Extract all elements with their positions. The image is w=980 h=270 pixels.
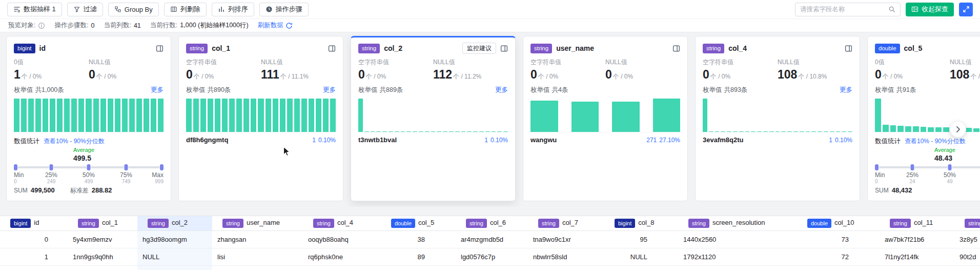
histogram-bar[interactable] <box>836 131 841 132</box>
slider-handle[interactable] <box>14 164 17 170</box>
column-header[interactable]: bigintid <box>0 216 68 230</box>
histogram-bar[interactable] <box>273 99 278 132</box>
histogram-bar[interactable] <box>653 99 681 132</box>
histogram-bar[interactable] <box>733 131 738 132</box>
search-input[interactable] <box>800 6 885 13</box>
slider-handle[interactable] <box>87 164 91 170</box>
column-header[interactable]: bigintcol_8 <box>604 216 678 230</box>
table-cell[interactable]: 73 <box>797 230 880 248</box>
slider-handle[interactable] <box>948 164 952 170</box>
histogram-bar[interactable] <box>800 131 804 132</box>
histogram-bar[interactable] <box>966 128 972 132</box>
table-cell[interactable] <box>303 265 381 270</box>
table-cell[interactable] <box>604 265 678 270</box>
slider-handle[interactable] <box>875 164 879 170</box>
info-icon[interactable] <box>38 22 45 29</box>
histogram-bar[interactable] <box>806 131 810 132</box>
histogram-bar[interactable] <box>830 131 834 132</box>
column-header[interactable]: stringuser_name <box>212 216 303 230</box>
histogram-bar[interactable] <box>890 125 896 132</box>
filter-button[interactable]: 过滤 <box>67 3 103 16</box>
histogram-bar[interactable] <box>50 99 55 132</box>
histogram-bar[interactable] <box>449 131 454 132</box>
histogram-bar[interactable] <box>479 131 484 132</box>
histogram-bar[interactable] <box>811 131 816 132</box>
histogram-bar[interactable] <box>193 99 199 132</box>
histogram-bar[interactable] <box>236 99 242 132</box>
percentile-link[interactable]: 查看10% - 90%分位数 <box>905 137 966 146</box>
column-header[interactable]: stringcol_1 <box>68 216 137 230</box>
histogram-bar[interactable] <box>144 99 149 132</box>
histogram-bar[interactable] <box>757 131 762 132</box>
histogram-bar[interactable] <box>897 126 904 132</box>
column-detail-icon[interactable] <box>672 45 680 52</box>
histogram-bar[interactable] <box>739 131 744 132</box>
group-by-button[interactable]: Group By <box>108 3 159 16</box>
histogram-bar[interactable] <box>382 131 387 132</box>
histogram-bar[interactable] <box>158 99 164 132</box>
histogram-bar[interactable] <box>21 99 27 132</box>
table-cell[interactable]: ar4mzgmdb5d <box>456 230 528 248</box>
histogram-bar[interactable] <box>108 99 113 132</box>
slider-handle[interactable] <box>911 164 914 170</box>
percentile-link[interactable]: 查看10% - 90%分位数 <box>44 137 105 146</box>
histogram-bar[interactable] <box>913 126 919 132</box>
field-card[interactable]: string col_1 空字符串值 0 个 / 0% NULL值 111 个 … <box>178 36 343 201</box>
table-cell[interactable]: NULL <box>604 248 678 265</box>
table-cell[interactable] <box>528 265 604 270</box>
column-detail-icon[interactable] <box>156 45 164 52</box>
histogram-bar[interactable] <box>316 99 321 132</box>
histogram-bar[interactable] <box>751 131 756 132</box>
search-icon[interactable] <box>888 6 895 13</box>
histogram-bar[interactable] <box>208 99 213 132</box>
histogram-bar[interactable] <box>371 131 375 132</box>
table-cell[interactable]: 0 <box>0 230 68 248</box>
histogram-bar[interactable] <box>775 131 780 132</box>
histogram-bar[interactable] <box>612 102 640 132</box>
top-value-row[interactable]: t3nwtb1bval 1 0.10% <box>358 136 508 144</box>
more-link[interactable]: 更多 <box>495 86 508 94</box>
table-cell[interactable]: 3z8y5 <box>954 230 980 248</box>
histogram-bar[interactable] <box>709 131 713 132</box>
histogram-bar[interactable] <box>258 99 263 132</box>
histogram-bar[interactable] <box>287 99 293 132</box>
histogram-bar[interactable] <box>467 131 472 132</box>
histogram-bar[interactable] <box>129 99 135 132</box>
histogram-bar[interactable] <box>122 99 128 132</box>
histogram-bar[interactable] <box>787 131 792 132</box>
operation-steps-button[interactable]: 操作步骤 <box>259 3 309 16</box>
histogram-bar[interactable] <box>215 99 220 132</box>
histogram-bar[interactable] <box>461 131 466 132</box>
field-card[interactable]: double col_5 0值 0 个 / 0% NULL值 108 个 / 1… <box>867 36 980 201</box>
histogram-bar[interactable] <box>492 131 496 132</box>
histogram-bar[interactable] <box>200 99 206 132</box>
column-delete-button[interactable]: 列删除 <box>164 3 207 16</box>
table-cell[interactable]: 38 <box>381 230 456 248</box>
histogram-bar[interactable] <box>309 99 314 132</box>
slider-handle[interactable] <box>50 164 53 170</box>
histogram-bar[interactable] <box>727 131 731 132</box>
table-cell[interactable] <box>954 265 980 270</box>
histogram-bar[interactable] <box>330 99 336 132</box>
top-value-row[interactable]: df8h6gngmtq 1 0.10% <box>186 136 336 144</box>
histogram-bar[interactable] <box>431 131 436 132</box>
histogram-bar[interactable] <box>401 131 405 132</box>
histogram-bar[interactable] <box>425 131 430 132</box>
field-card[interactable]: string col_2 监控建议 空字符串值 0 个 / 0% NULL值 1… <box>351 36 516 201</box>
histogram-bar[interactable] <box>229 99 235 132</box>
histogram-bar[interactable] <box>294 99 300 132</box>
histogram-bar[interactable] <box>28 99 34 132</box>
sample-data-button[interactable]: 数据抽样 1 <box>7 3 62 16</box>
histogram-bar[interactable] <box>78 99 84 132</box>
histogram-bar[interactable] <box>251 99 256 132</box>
histogram-bar[interactable] <box>186 99 192 132</box>
table-cell[interactable]: lgd0576c7p <box>456 248 528 265</box>
histogram-bar[interactable] <box>413 131 417 132</box>
histogram-bar[interactable] <box>928 127 934 132</box>
table-cell[interactable]: ooqyb88oahq <box>303 230 381 248</box>
column-header[interactable]: stringcol_6 <box>456 216 528 230</box>
column-header[interactable]: stringscreen_resolution <box>678 216 797 230</box>
histogram-bar[interactable] <box>875 99 881 132</box>
histogram-bar[interactable] <box>571 102 599 132</box>
histogram-bar[interactable] <box>406 131 411 132</box>
